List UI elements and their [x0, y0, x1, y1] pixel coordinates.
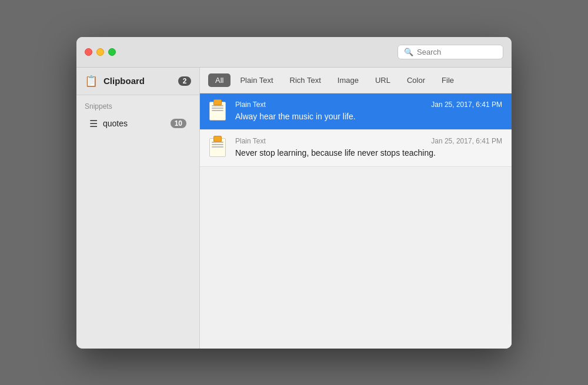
clip-text-1: Alway hear the music in your life.	[235, 111, 502, 123]
clip-header-2: Plain Text Jan 25, 2017, 6:41 PM	[235, 137, 502, 145]
clip-type-1: Plain Text	[235, 101, 266, 109]
filter-all[interactable]: All	[208, 73, 230, 87]
filter-bar: All Plain Text Rich Text Image URL Color…	[200, 68, 512, 93]
clip-type-2: Plain Text	[235, 137, 266, 145]
snippets-heading: Snippets	[85, 102, 191, 111]
search-input[interactable]	[417, 48, 497, 56]
quotes-badge: 10	[171, 119, 186, 128]
traffic-lights	[85, 48, 116, 56]
snippets-section: Snippets ☰ quotes 10	[76, 95, 199, 137]
clip-header-1: Plain Text Jan 25, 2017, 6:41 PM	[235, 101, 502, 109]
filter-image[interactable]: Image	[330, 73, 366, 87]
clip-meta-2: Plain Text Jan 25, 2017, 6:41 PM Never s…	[235, 137, 502, 159]
sidebar-item-label-quotes: quotes	[103, 119, 165, 128]
main-content: 📋 Clipboard 2 Snippets ☰ quotes 10 All P…	[76, 68, 512, 349]
clip-meta-1: Plain Text Jan 25, 2017, 6:41 PM Alway h…	[235, 101, 502, 123]
sidebar-item-quotes[interactable]: ☰ quotes 10	[85, 114, 191, 133]
list-icon: ☰	[89, 118, 98, 129]
minimize-button[interactable]	[96, 48, 104, 56]
search-icon: 🔍	[404, 48, 413, 56]
sidebar: 📋 Clipboard 2 Snippets ☰ quotes 10	[76, 68, 200, 349]
titlebar: 🔍	[76, 37, 512, 68]
search-bar[interactable]: 🔍	[397, 45, 503, 59]
close-button[interactable]	[85, 48, 92, 56]
clip-item-2[interactable]: Plain Text Jan 25, 2017, 6:41 PM Never s…	[200, 130, 512, 167]
filter-rich-text[interactable]: Rich Text	[283, 73, 328, 87]
clip-item-1[interactable]: Plain Text Jan 25, 2017, 6:41 PM Alway h…	[200, 93, 512, 130]
clip-icon-2	[209, 138, 228, 157]
maximize-button[interactable]	[108, 48, 116, 56]
content-area: All Plain Text Rich Text Image URL Color…	[200, 68, 512, 349]
clip-date-2: Jan 25, 2017, 6:41 PM	[431, 137, 502, 145]
items-list: Plain Text Jan 25, 2017, 6:41 PM Alway h…	[200, 93, 512, 349]
filter-file[interactable]: File	[435, 73, 461, 87]
clipboard-section-header[interactable]: 📋 Clipboard 2	[76, 68, 199, 95]
clip-date-1: Jan 25, 2017, 6:41 PM	[431, 101, 502, 109]
clipboard-label: Clipboard	[103, 76, 172, 86]
app-window: 🔍 📋 Clipboard 2 Snippets ☰ quotes 10	[76, 37, 512, 349]
filter-color[interactable]: Color	[400, 73, 432, 87]
clipboard-badge: 2	[178, 76, 191, 86]
filter-plain-text[interactable]: Plain Text	[233, 73, 280, 87]
clip-text-2: Never stop learning, because life never …	[235, 148, 502, 159]
clip-icon-1	[209, 102, 228, 120]
clipboard-icon: 📋	[85, 75, 98, 88]
empty-area	[200, 167, 512, 349]
filter-url[interactable]: URL	[368, 73, 397, 87]
